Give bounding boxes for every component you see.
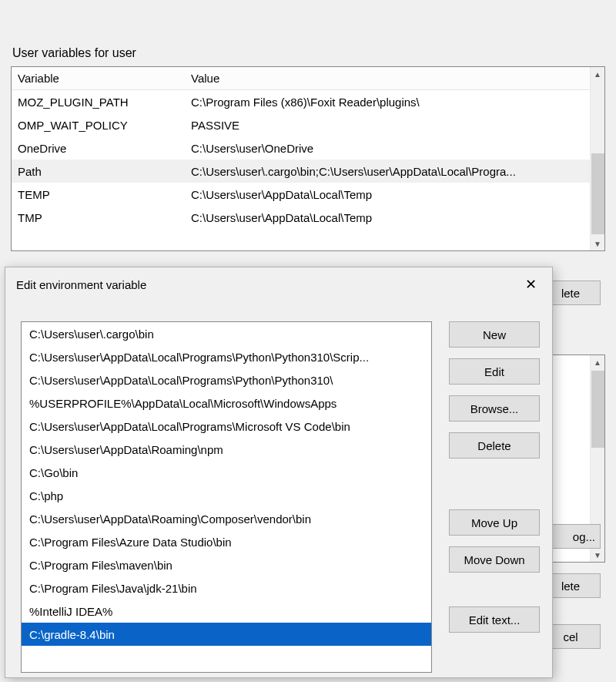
delete-button[interactable]: Delete [449,432,540,459]
user-vars-table-body: Variable Value MOZ_PLUGIN_PATHC:\Program… [12,67,590,250]
scroll-thumb[interactable] [591,371,604,448]
dialog-title-bar[interactable]: Edit environment variable ✕ [5,267,552,301]
cell-value: C:\Users\user\OneDrive [185,142,590,155]
edit-env-var-dialog: Edit environment variable ✕ C:\Users\use… [5,267,553,678]
list-item[interactable]: C:\Program Files\maven\bin [22,553,431,576]
list-item[interactable]: C:\Program Files\Java\jdk-21\bin [22,576,431,600]
dialog-title: Edit environment variable [16,278,146,291]
close-icon[interactable]: ✕ [519,274,543,294]
cell-value: C:\Users\user\AppData\Local\Temp [185,211,590,224]
table-scrollbar[interactable]: ▲ ▼ [590,67,604,250]
list-item[interactable]: C:\Users\user\AppData\Local\Programs\Pyt… [22,368,431,391]
table-row[interactable]: TMPC:\Users\user\AppData\Local\Temp [12,206,590,229]
edit-button[interactable]: Edit [449,358,540,385]
edit-text-button[interactable]: Edit text... [449,606,540,633]
table-row[interactable]: OMP_WAIT_POLICYPASSIVE [12,113,590,136]
list-item[interactable]: C:\Users\user\AppData\Local\Programs\Mic… [22,415,431,438]
move-up-button[interactable]: Move Up [449,509,540,536]
browse-button[interactable]: Browse... [449,395,540,422]
move-down-button[interactable]: Move Down [449,546,540,573]
cell-variable: Path [12,165,185,178]
list-item[interactable]: C:\php [22,484,431,507]
user-vars-table[interactable]: Variable Value MOZ_PLUGIN_PATHC:\Program… [11,66,605,251]
cell-value: C:\Users\user\.cargo\bin;C:\Users\user\A… [185,165,590,178]
cell-variable: MOZ_PLUGIN_PATH [12,96,185,109]
list-item[interactable]: %USERPROFILE%\AppData\Local\Microsoft\Wi… [22,391,431,415]
cell-variable: OneDrive [12,142,185,155]
table-row[interactable]: TEMPC:\Users\user\AppData\Local\Temp [12,183,590,206]
list-item[interactable]: C:\Users\user\.cargo\bin [22,322,431,345]
list-item[interactable]: C:\Program Files\Azure Data Studio\bin [22,530,431,553]
cell-value: C:\Program Files (x86)\Foxit Reader\plug… [185,96,590,109]
col-header-value[interactable]: Value [185,72,590,85]
scroll-up-icon[interactable]: ▲ [591,67,605,81]
list-item[interactable]: C:\gradle-8.4\bin [22,623,431,646]
cell-value: PASSIVE [185,119,590,132]
table-header-row: Variable Value [12,67,590,90]
scroll-thumb[interactable] [591,153,604,234]
path-entries-list[interactable]: C:\Users\user\.cargo\binC:\Users\user\Ap… [21,321,432,673]
dialog-button-column: New Edit Browse... Delete Move Up Move D… [449,321,540,673]
list-item[interactable]: C:\Go\bin [22,461,431,484]
col-header-variable[interactable]: Variable [12,72,185,85]
list-item[interactable]: C:\Users\user\AppData\Local\Programs\Pyt… [22,345,431,368]
cell-variable: TMP [12,211,185,224]
scroll-down-icon[interactable]: ▼ [591,548,605,562]
new-button[interactable]: New [449,321,540,348]
scroll-up-icon[interactable]: ▲ [591,355,605,369]
table-row[interactable]: PathC:\Users\user\.cargo\bin;C:\Users\us… [12,160,590,183]
table-row[interactable]: MOZ_PLUGIN_PATHC:\Program Files (x86)\Fo… [12,90,590,113]
cell-variable: TEMP [12,188,185,201]
cell-value: C:\Users\user\AppData\Local\Temp [185,188,590,201]
list-item[interactable]: C:\Users\user\AppData\Roaming\npm [22,438,431,461]
scroll-down-icon[interactable]: ▼ [591,237,605,250]
list-item[interactable]: %IntelliJ IDEA% [22,600,431,623]
cell-variable: OMP_WAIT_POLICY [12,119,185,132]
table-row[interactable]: OneDriveC:\Users\user\OneDrive [12,136,590,160]
user-vars-label: User variables for user [12,46,605,60]
list-item[interactable]: C:\Users\user\AppData\Roaming\Composer\v… [22,507,431,530]
